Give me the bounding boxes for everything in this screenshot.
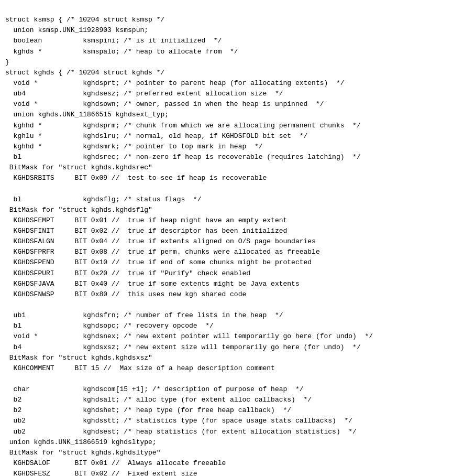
code-line: BitMask for "struct kghds.kghdsflg" (5, 205, 448, 215)
code-line: ub2 kghdsest; /* heap statistics (for ex… (5, 427, 448, 437)
code-line: kghhd * kghdsprm; /* chunk from which we… (5, 121, 448, 131)
code-line: kghhd * kghdsmrk; /* pointer to top mark… (5, 142, 448, 152)
code-line: BitMask for "struct kghds.kghdsrec" (5, 163, 448, 173)
code-line: KGHDSFINIT BIT 0x02 // true if descripto… (5, 226, 448, 236)
code-line: KGHDSFNWSP BIT 0x80 // this uses new kgh… (5, 289, 448, 300)
empty-line (5, 374, 448, 384)
code-line: ub4 kghdsesz; /* preferred extent alloca… (5, 89, 448, 99)
empty-line (5, 300, 448, 310)
code-line: kghds * ksmspalo; /* heap to allocate fr… (5, 47, 448, 57)
code-line: b4 kghdsxsz; /* new extent size will tem… (5, 342, 448, 353)
code-line: boolean ksmspini; /* is it initialized *… (5, 36, 448, 46)
code-line: void * kghdsnex; /* new extent pointer w… (5, 331, 448, 342)
code-line: KGHDSFESZ BIT 0x02 // Fixed extent size (5, 469, 448, 476)
code-line: void * kghdsown; /* owner, passed in whe… (5, 99, 448, 110)
code-line: KGHDSFPURI BIT 0x20 // true if "Purify" … (5, 268, 448, 279)
empty-line (5, 183, 448, 194)
code-line: kghlu * kghdslru; /* normal, old heap, i… (5, 131, 448, 142)
code-line: bl kghdsrec; /* non-zero if heap is reco… (5, 152, 448, 163)
code-line: struct ksmsp { /* 10204 struct ksmsp */ (5, 15, 448, 25)
code-line: union kghds.UNK_11866515 kghdsext_typ; (5, 110, 448, 120)
code-block: struct ksmsp { /* 10204 struct ksmsp */ … (0, 0, 453, 476)
code-line: KGHDSFJAVA BIT 0x40 // true if some exte… (5, 279, 448, 289)
code-line: bl kghdsflg; /* status flags */ (5, 194, 448, 205)
code-line: b2 kghdshet; /* heap type (for free heap… (5, 405, 448, 416)
code-line: union ksmsp.UNK_11928903 ksmspun; (5, 25, 448, 36)
code-line: ub2 kghdsstt; /* statistics type (for sp… (5, 416, 448, 426)
code-line: KGHDSFEMPT BIT 0x01 // true if heap migh… (5, 215, 448, 226)
code-line: b2 kghdsalt; /* alloc type (for extent a… (5, 395, 448, 405)
code-line: void * kghdsprt; /* pointer to parent he… (5, 78, 448, 89)
code-line: KGHDSRBITS BIT 0x09 // test to see if he… (5, 173, 448, 183)
code-line: struct kghds { /* 10204 struct kghds */ (5, 68, 448, 78)
code-line: KGHCOMMENT BIT 15 // Max size of a heap … (5, 363, 448, 374)
code-line: KGHDSALOF BIT 0x01 // Always allocate fr… (5, 458, 448, 469)
code-line: KGHDSFPEND BIT 0x10 // true if end of so… (5, 257, 448, 268)
code-line: bl kghdsopc; /* recovery opcode */ (5, 321, 448, 331)
code-line: } (5, 57, 448, 68)
code-line: union kghds.UNK_11866519 kghdsltype; (5, 437, 448, 448)
code-line: BitMask for "struct kghds.kghdsxsz" (5, 353, 448, 363)
code-line: BitMask for "struct kghds.kghdsltype" (5, 448, 448, 458)
code-line: char kghdscom[15 +1]; /* description of … (5, 384, 448, 395)
code-line: ub1 kghdsfrn; /* number of free lists in… (5, 310, 448, 321)
code-line: KGHDSFALGN BIT 0x04 // true if extents a… (5, 236, 448, 247)
code-line: KGHDSFPRFR BIT 0x08 // true if perm. chu… (5, 247, 448, 257)
